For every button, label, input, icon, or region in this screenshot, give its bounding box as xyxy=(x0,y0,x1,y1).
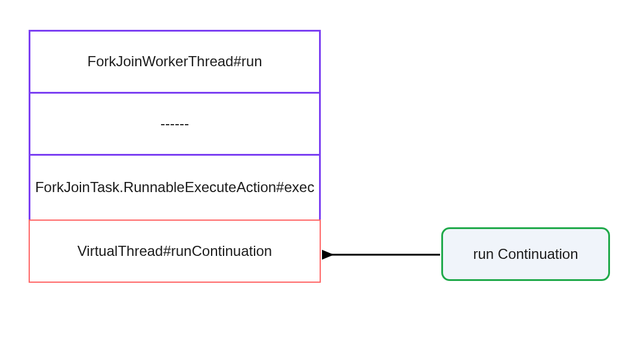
continuation-box: run Continuation xyxy=(441,227,610,281)
stack-frame-label: ForkJoinTask.RunnableExecuteAction#exec xyxy=(35,178,314,197)
stack-frame-ellipsis: ------ xyxy=(29,92,321,156)
stack-frame-virtual-thread-run-continuation: VirtualThread#runContinuation xyxy=(29,220,321,283)
stack-frame-label: ForkJoinWorkerThread#run xyxy=(87,52,262,71)
stack-frame-runnable-execute-action-exec: ForkJoinTask.RunnableExecuteAction#exec xyxy=(29,154,321,221)
stack-frame-label: VirtualThread#runContinuation xyxy=(78,243,272,259)
arrow-continuation-to-stack xyxy=(322,246,441,264)
call-stack-column: ForkJoinWorkerThread#run ------ ForkJoin… xyxy=(29,30,321,285)
continuation-label: run Continuation xyxy=(473,246,578,262)
stack-frame-forkjoin-worker-thread-run: ForkJoinWorkerThread#run xyxy=(29,30,321,94)
stack-frame-label: ------ xyxy=(160,114,189,133)
